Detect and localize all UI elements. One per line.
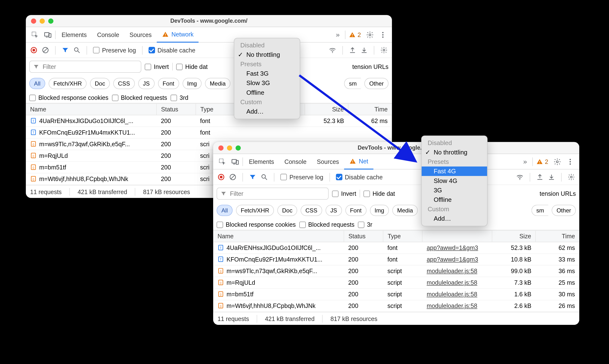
tab-sources[interactable]: Sources [312,154,344,169]
dd-item-slow-3g[interactable]: Slow 3G [234,78,300,88]
minimize-window-button[interactable] [227,145,232,150]
blocked-cookies-checkbox[interactable]: Blocked response cookies [217,221,296,228]
col-name[interactable]: Name [26,104,157,115]
wifi-throttling-icon[interactable] [516,173,524,181]
col-initiator[interactable] [422,230,492,242]
filter-chip-all[interactable]: All [217,205,232,216]
filter-chip-media[interactable]: Media [392,205,418,216]
more-tabs-button[interactable]: » [518,154,531,169]
clear-button[interactable] [42,46,49,54]
initiator-link[interactable]: moduleloader.js:58 [427,268,477,274]
filter-toggle-icon[interactable] [62,46,69,54]
table-row[interactable]: {}m=bm51tf200scriptmoduleloader.js:581.6… [213,288,579,300]
filter-chip-img[interactable]: Img [182,78,202,89]
filter-chip-sm[interactable]: sm [344,78,361,89]
table-row[interactable]: {}m=RqjULd200scriptmoduleloader.js:587.3… [213,277,579,288]
kebab-menu-icon[interactable] [564,154,577,169]
dd-item-no-throttling[interactable]: ✓No throttling [234,50,300,59]
kebab-menu-icon[interactable] [377,27,389,42]
filter-chip-js[interactable]: JS [138,78,154,89]
settings-gear-icon[interactable] [364,27,376,42]
col-status[interactable]: Status [344,230,383,242]
invert-checkbox[interactable]: Invert [145,63,169,70]
download-har-icon[interactable] [361,46,368,54]
table-row[interactable]: TKFOmCnqEu92Fr1Mu4mxKKTU1...200fontapp?a… [213,254,579,265]
col-type[interactable]: Type [383,230,422,242]
settings-gear-icon[interactable] [551,154,564,169]
col-status[interactable]: Status [157,104,196,115]
filter-input[interactable]: Filter [217,188,329,200]
initiator-link[interactable]: app?awwd=1&gm3 [427,256,478,263]
initiator-link[interactable]: moduleloader.js:58 [427,291,477,298]
blocked-requests-checkbox[interactable]: Blocked requests [112,94,167,101]
inspect-element-icon[interactable] [28,27,41,42]
filter-chip-all[interactable]: All [29,78,45,89]
dd-item-offline[interactable]: Offline [422,195,487,204]
device-toolbar-icon[interactable] [41,27,54,42]
col-time[interactable]: Time [348,104,392,115]
warnings-count[interactable]: 2 [346,31,364,38]
network-settings-gear-icon[interactable] [568,173,575,181]
invert-checkbox[interactable]: Invert [332,190,356,197]
filter-input[interactable]: Filter [29,61,141,73]
network-settings-gear-icon[interactable] [380,46,388,54]
close-window-button[interactable] [31,18,36,24]
dd-item-add[interactable]: Add… [234,107,300,116]
hide-data-checkbox[interactable]: Hide dat [364,190,395,197]
device-toolbar-icon[interactable] [229,154,242,169]
col-size[interactable]: Size [492,230,536,242]
preserve-log-checkbox[interactable]: Preserve log [280,174,323,180]
dd-item-slow-4g[interactable]: Slow 4G [422,176,487,185]
third-party-checkbox[interactable]: 3rd [171,94,188,101]
dd-item-offline[interactable]: Offline [234,88,300,97]
dd-item-no-throttling[interactable]: ✓No throttling [422,148,487,157]
initiator-link[interactable]: app?awwd=1&gm3 [427,244,478,251]
record-button[interactable] [30,46,38,54]
search-icon[interactable] [73,46,81,54]
clear-button[interactable] [229,173,236,181]
table-row[interactable]: TKFOmCnqEu92Fr1Mu4mxKKTU1...200font [26,127,392,138]
preserve-log-checkbox[interactable]: Preserve log [93,47,136,53]
filter-toggle-icon[interactable] [249,173,256,181]
close-window-button[interactable] [218,145,223,150]
col-time[interactable]: Time [536,230,579,242]
table-row[interactable]: T4UaRrENHsxJlGDuGo1OIlJfC6l_...200font52… [26,115,392,127]
disable-cache-checkbox[interactable]: Disable cache [148,47,195,53]
disable-cache-checkbox[interactable]: Disable cache [336,174,383,180]
dd-item-3g[interactable]: 3G [422,185,487,195]
inspect-element-icon[interactable] [216,154,229,169]
filter-chip-css[interactable]: CSS [113,78,135,89]
table-row[interactable]: T4UaRrENHsxJlGDuGo1OIlJfC6l_...200fontap… [213,242,579,254]
initiator-link[interactable]: moduleloader.js:58 [427,279,477,286]
filter-chip-font[interactable]: Font [345,205,366,216]
tab-console[interactable]: Console [279,154,312,169]
minimize-window-button[interactable] [40,18,45,24]
initiator-link[interactable]: moduleloader.js:58 [427,302,477,309]
dd-item-fast-3g[interactable]: Fast 3G [234,69,300,78]
blocked-requests-checkbox[interactable]: Blocked requests [299,221,354,228]
record-button[interactable] [217,173,225,181]
col-size[interactable]: Size [305,104,348,115]
zoom-window-button[interactable] [48,18,53,24]
hide-data-checkbox[interactable]: Hide dat [176,63,208,70]
dd-item-fast-4g[interactable]: Fast 4G [422,167,487,176]
tab-network[interactable]: Network [157,27,199,42]
warnings-count[interactable]: 2 [534,158,551,165]
upload-har-icon[interactable] [536,173,543,181]
table-row[interactable]: {}m=Wt6vjf,hhhU8,FCpbqb,WhJNk200scriptmo… [213,300,579,312]
tab-network[interactable]: Net [344,154,373,169]
upload-har-icon[interactable] [349,46,356,54]
zoom-window-button[interactable] [236,145,241,150]
filter-chip-other[interactable]: Other [364,78,388,89]
filter-chip-sm[interactable]: sm [532,205,548,216]
tab-elements[interactable]: Elements [244,154,279,169]
filter-chip-fetchxhr[interactable]: Fetch/XHR [49,78,87,89]
search-icon[interactable] [261,173,268,181]
filter-chip-doc[interactable]: Doc [90,78,110,89]
tab-console[interactable]: Console [92,27,124,42]
tab-elements[interactable]: Elements [56,27,92,42]
table-row[interactable]: {}m=ws9Tlc,n73qwf,GkRiKb,e5qF...200scrip… [213,265,579,277]
filter-chip-fetchxhr[interactable]: Fetch/XHR [236,205,274,216]
filter-chip-doc[interactable]: Doc [277,205,297,216]
filter-chip-other[interactable]: Other [552,205,576,216]
